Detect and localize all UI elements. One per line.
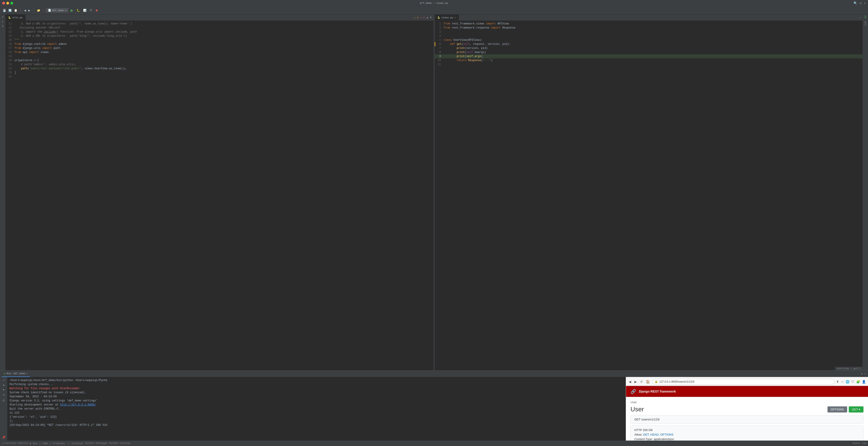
run-config-label: def_demo	[52, 9, 64, 12]
back-button[interactable]: ◀	[23, 8, 27, 12]
status-bar: ⎇ Version Control ▶ Run ☑ TODO ⚠ Problem…	[0, 441, 868, 446]
browser-content[interactable]: 🔗 Django REST framework User User OPTION…	[626, 386, 868, 441]
forward-nav-button[interactable]: ▶	[633, 379, 638, 384]
run-label: Run:	[6, 372, 12, 375]
run-config-label: def_demo	[13, 372, 25, 375]
tab-close-views[interactable]: ✕	[455, 16, 456, 19]
right-line-2: 2 from rest_framework.response import Re…	[435, 26, 863, 30]
right-code-content[interactable]: 1 from rest_framework.views import APIVi…	[435, 21, 863, 371]
bookmark-icon[interactable]: ☆	[840, 379, 844, 384]
ext-3[interactable]: 🧩	[856, 379, 861, 384]
tab-urls-py[interactable]: 🐍 urls.py	[5, 14, 26, 21]
ext-2[interactable]: 🛡	[851, 379, 855, 384]
drf-logo-icon: 🔗	[630, 389, 636, 394]
ext-1[interactable]: 🌐	[845, 379, 850, 384]
security-icon: 🔒	[654, 380, 658, 383]
run-tab[interactable]: ▶ Run: def_demo ✕	[2, 371, 30, 377]
search-icon[interactable]: 🔍	[854, 1, 857, 5]
python-file-icon: 🐍	[8, 16, 11, 19]
address-bar-container[interactable]: 🔒	[652, 379, 835, 385]
home-nav-button[interactable]: 🏠	[645, 379, 651, 384]
maximize-button[interactable]	[10, 2, 13, 4]
event-log-status[interactable]: Event Log	[853, 442, 866, 445]
browser-nav-right: ⬆ ☆ 🌐 🛡 🧩 👤	[836, 379, 866, 384]
code-line-23: 23 ]	[5, 71, 434, 75]
close-button[interactable]	[2, 2, 5, 4]
pin-icon[interactable]: 📌	[2, 435, 6, 440]
scroll-up-icon[interactable]: ▲	[427, 16, 428, 19]
todo-label: ☑ TODO	[39, 442, 48, 445]
save-button[interactable]: 💾	[2, 8, 7, 12]
endpoint-text: GET /users/v1/123/	[634, 418, 660, 421]
tab-views-py[interactable]: 🐍 views.py ✕	[435, 14, 459, 21]
wrap-icon[interactable]: ⟲	[2, 393, 5, 397]
run-close[interactable]: ✕	[26, 372, 28, 375]
bottom-panel: ▶ Run: def_demo ✕ ⚙ ✕ ↺ ▲ ▼ ⟲ 🖨 📌 /Users…	[0, 371, 868, 441]
browser-nav-bar: ◀ ▶ ↺ 🏠 🔒 ⬆ ☆ 🌐 🛡 🧩 👤	[626, 378, 868, 386]
right-tab-bar: 🐍 views.py ✕ ✓	[435, 14, 863, 21]
history-button[interactable]: 📋	[13, 8, 18, 12]
profile-browser-icon[interactable]: 👤	[862, 379, 866, 384]
scv-icon[interactable]: SCV	[864, 21, 867, 26]
drf-endpoint: GET /users/v1/123/	[630, 415, 864, 423]
response-allow: Allow: GET, HEAD, OPTIONS	[634, 433, 860, 437]
database-icon[interactable]: DB	[864, 15, 867, 18]
problems-label: ⚠ Problems	[50, 442, 65, 445]
window-controls[interactable]	[2, 2, 13, 4]
title-bar-actions: 🔍 ⚙ ⬆	[854, 1, 866, 5]
share-icon[interactable]: ⬆	[864, 1, 866, 5]
sync-button[interactable]: 🔄	[7, 8, 13, 12]
run-status-label: ▶ Run	[30, 442, 37, 445]
browser-panel: D User – Django REST framewor… ✕ + ▾ ◀ ▶…	[626, 377, 868, 441]
scroll-down-icon[interactable]: ▼	[2, 388, 5, 392]
stop-button[interactable]: ■	[95, 8, 99, 13]
git-label: Version Control	[6, 442, 28, 445]
right-line-4: 4	[435, 34, 863, 38]
run-button[interactable]: ▶	[70, 8, 74, 13]
python-file-icon-right: 🐍	[437, 16, 440, 19]
right-line-8: 8 print(self.kwargs)	[435, 50, 863, 54]
get-button[interactable]: GET ▾	[849, 406, 864, 413]
forward-button[interactable]: ▶	[27, 8, 31, 12]
scroll-down-icon[interactable]: ▼	[430, 16, 432, 19]
code-line-17: 17 from django.urls import path	[5, 46, 434, 50]
code-line-14: 14 2. Add a URL to urlpatterns: path('bl…	[5, 34, 434, 38]
version-control-status[interactable]: ⎇ Version Control	[2, 442, 28, 445]
right-sidebar: DB SCV	[863, 14, 868, 371]
minimize-button[interactable]	[6, 2, 9, 4]
dev-server-link[interactable]: http://127.0.0.1:8000/	[60, 403, 96, 406]
run-sidebar: ↺ ▲ ▼ ⟲ 🖨 📌	[0, 377, 7, 441]
settings-icon[interactable]: ⚙	[860, 1, 862, 5]
options-button[interactable]: OPTIONS	[828, 406, 847, 413]
right-line-1: 1 from rest_framework.views import APIVi…	[435, 22, 863, 26]
structure-icon[interactable]: S	[2, 20, 4, 24]
project-icon[interactable]: P	[2, 15, 4, 19]
coverage-button[interactable]: 📊	[82, 8, 87, 12]
left-code-content[interactable]: 11 2. Add a URL to urlpatterns: path('',…	[5, 21, 434, 371]
debug-button[interactable]: 🐛	[75, 8, 81, 12]
print-icon[interactable]: 🖨	[2, 398, 5, 403]
todo-status[interactable]: ☑ TODO	[39, 442, 48, 445]
bookmarks-icon[interactable]: B	[2, 25, 4, 28]
problems-status[interactable]: ⚠ Problems	[50, 442, 65, 445]
drf-title-row: User OPTIONS GET ▾	[630, 406, 864, 413]
git-icon: ⎇	[2, 442, 5, 445]
browser-tab[interactable]: D User – Django REST framewor… ✕	[628, 377, 687, 377]
back-nav-button[interactable]: ◀	[628, 379, 632, 384]
run-config[interactable]: 📄 def_demo ▾	[46, 8, 68, 12]
address-bar[interactable]	[659, 380, 832, 383]
breadcrumb-button[interactable]: 📁	[36, 8, 41, 12]
settings-icon[interactable]: ⚙	[861, 372, 863, 376]
terminal-status[interactable]: ⬛ Terminal	[67, 442, 83, 445]
restart-icon[interactable]: ↺	[2, 378, 5, 382]
python-packages-status[interactable]: Python Packages	[85, 442, 107, 445]
main-area: P S B 🐍 urls.py ⚠ 1 ✕ 2 ▲ ▼	[0, 14, 868, 371]
run-status[interactable]: ▶ Run	[30, 442, 37, 445]
close-panel-icon[interactable]: ✕	[865, 372, 866, 376]
reload-nav-button[interactable]: ↺	[639, 379, 644, 384]
profile-button[interactable]: ⏱	[89, 8, 93, 12]
share-browser-icon[interactable]: ⬆	[836, 379, 839, 384]
scroll-up-icon[interactable]: ▲	[2, 383, 5, 387]
python-console-status[interactable]: Python Console	[110, 442, 130, 445]
drf-body: User User OPTIONS GET ▾ GET /users/v1/12…	[626, 397, 868, 441]
